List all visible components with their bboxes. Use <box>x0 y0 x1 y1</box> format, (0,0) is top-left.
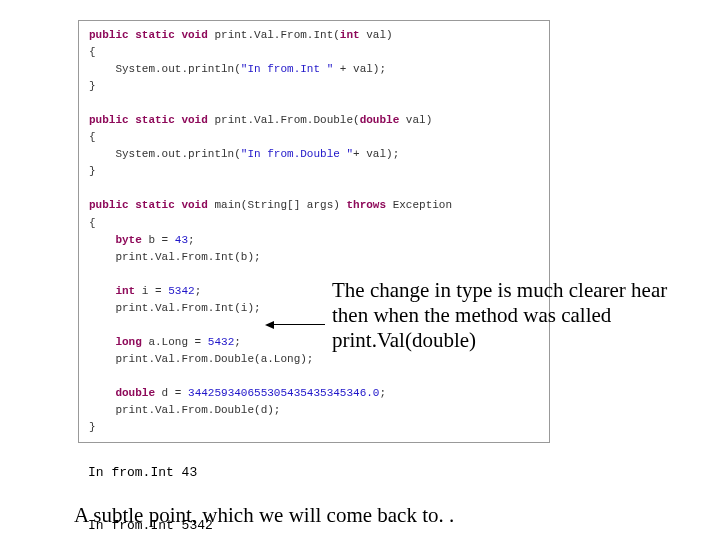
code-token: 5432 <box>208 336 234 348</box>
code-token: } <box>89 165 96 177</box>
arrow-left-icon <box>265 321 325 329</box>
code-token: print.Val.From.Int(i); <box>89 302 261 314</box>
code-token: "In from.Int " <box>241 63 333 75</box>
code-token: + val); <box>353 148 399 160</box>
code-token: 344259340655305435435345346.0 <box>188 387 379 399</box>
code-token: val) <box>360 29 393 41</box>
code-token: byte <box>115 234 141 246</box>
code-token: print.Val.From.Double(a.Long); <box>89 353 313 365</box>
code-token: val) <box>399 114 432 126</box>
code-token: { <box>89 131 96 143</box>
code-token: a.Long = <box>142 336 208 348</box>
code-token: System.out.println( <box>89 148 241 160</box>
code-token <box>89 387 115 399</box>
code-token: public static void <box>89 29 208 41</box>
code-token: public static void <box>89 114 208 126</box>
code-token: double <box>360 114 400 126</box>
code-token: ; <box>188 234 195 246</box>
code-token: int <box>340 29 360 41</box>
code-token: long <box>115 336 141 348</box>
code-token: i = <box>135 285 168 297</box>
code-block: public static void print.Val.From.Int(in… <box>78 20 550 443</box>
code-token: double <box>115 387 155 399</box>
code-token: print.Val.From.Int(b); <box>89 251 261 263</box>
code-token: print.Val.From.Double( <box>208 114 360 126</box>
code-token: print.Val.From.Int( <box>208 29 340 41</box>
code-token: Exception <box>386 199 452 211</box>
code-token: 5342 <box>168 285 194 297</box>
code-token: int <box>115 285 135 297</box>
code-token: "In from.Double " <box>241 148 353 160</box>
code-token: { <box>89 217 96 229</box>
annotation-text: The change in type is much clearer hear … <box>332 278 694 354</box>
code-token: public static void <box>89 199 208 211</box>
code-token: System.out.println( <box>89 63 241 75</box>
output-line: In from.Int 43 <box>88 464 361 482</box>
code-token: main(String[] args) <box>208 199 347 211</box>
code-token: b = <box>142 234 175 246</box>
code-token <box>89 336 115 348</box>
code-token: + val); <box>333 63 386 75</box>
code-token <box>89 234 115 246</box>
code-token: print.Val.From.Double(d); <box>89 404 280 416</box>
code-token: d = <box>155 387 188 399</box>
code-token: } <box>89 80 96 92</box>
code-token: 43 <box>175 234 188 246</box>
code-token: { <box>89 46 96 58</box>
code-token: ; <box>234 336 241 348</box>
code-token: ; <box>195 285 202 297</box>
footer-text: A subtle point, which we will come back … <box>74 503 454 528</box>
code-token: ; <box>379 387 386 399</box>
code-token: throws <box>346 199 386 211</box>
code-token <box>89 285 115 297</box>
slide: public static void print.Val.From.Int(in… <box>0 0 720 540</box>
